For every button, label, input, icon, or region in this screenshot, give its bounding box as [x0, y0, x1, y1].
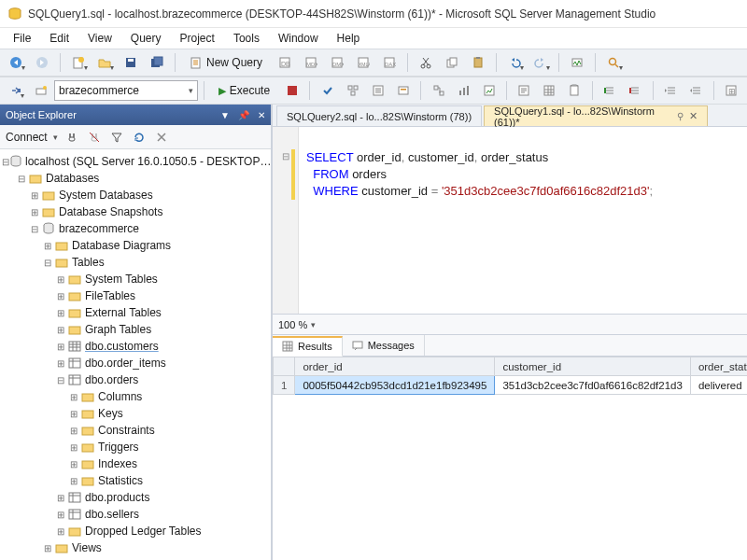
expand-toggle[interactable]: ⊞: [54, 342, 67, 352]
tree-table-orderitems[interactable]: dbo.order_items: [85, 357, 166, 370]
stop-icon[interactable]: [153, 129, 170, 146]
include-actual-plan-button[interactable]: [427, 79, 450, 102]
disconnect-icon[interactable]: [86, 129, 103, 146]
db-engine-query-button[interactable]: DB: [273, 51, 297, 74]
tree-table-products[interactable]: dbo.products: [85, 491, 149, 504]
grid-cell-order-status[interactable]: delivered: [690, 376, 747, 395]
menu-edit[interactable]: Edit: [42, 30, 77, 47]
results-grid[interactable]: order_id customer_id order_status 1 0005…: [273, 357, 747, 560]
expand-toggle[interactable]: ⊞: [54, 308, 67, 318]
tree-keys[interactable]: Keys: [98, 407, 123, 420]
tree-columns[interactable]: Columns: [98, 390, 142, 403]
tree-diagrams[interactable]: Database Diagrams: [72, 239, 171, 252]
dax-query-button[interactable]: DAX: [377, 51, 402, 74]
include-client-stats-button[interactable]: [477, 79, 500, 102]
grid-header-order-id[interactable]: order_id: [295, 357, 495, 376]
menu-tools[interactable]: Tools: [226, 30, 267, 47]
expand-toggle[interactable]: ⊞: [54, 325, 67, 335]
tree-indexes[interactable]: Indexes: [98, 457, 137, 470]
tree-system-databases[interactable]: System Databases: [59, 189, 153, 202]
open-button[interactable]: [92, 51, 117, 74]
tree-server[interactable]: localhost (SQL Server 16.0.1050.5 - DESK…: [25, 155, 271, 168]
close-icon[interactable]: ✕: [258, 110, 265, 120]
grid-header-order-status[interactable]: order_status: [690, 357, 747, 376]
expand-toggle[interactable]: ⊞: [67, 409, 80, 419]
tree-dropped-ledger[interactable]: Dropped Ledger Tables: [85, 525, 202, 538]
menu-window[interactable]: Window: [271, 30, 326, 47]
tree-graph-tables[interactable]: Graph Tables: [85, 323, 151, 336]
new-item-button[interactable]: [66, 51, 91, 74]
activity-monitor-button[interactable]: [565, 51, 589, 74]
connect-label[interactable]: Connect: [6, 131, 48, 144]
tree-statistics[interactable]: Statistics: [98, 474, 143, 487]
mdx-query-button[interactable]: MDX: [299, 51, 323, 74]
paste-button[interactable]: [466, 51, 490, 74]
database-combo[interactable]: brazecommerce ▾: [54, 80, 198, 101]
pin-icon[interactable]: 📌: [238, 110, 249, 120]
expand-toggle[interactable]: ⊞: [54, 510, 67, 520]
change-connection-button[interactable]: [4, 79, 27, 102]
dmx-query-button[interactable]: DMX: [325, 51, 349, 74]
results-tab[interactable]: Results: [273, 336, 343, 357]
tab-sqlquery1[interactable]: SQLQuery1.sql - lo...82S\Winstorm (61))*…: [484, 105, 708, 126]
results-to-grid-button[interactable]: [538, 79, 561, 102]
results-to-text-button[interactable]: [513, 79, 536, 102]
expand-toggle[interactable]: ⊟: [54, 375, 67, 385]
available-databases-button[interactable]: [29, 79, 52, 102]
find-button[interactable]: [601, 51, 626, 74]
include-live-stats-button[interactable]: [452, 79, 475, 102]
expand-toggle[interactable]: ⊞: [67, 476, 80, 486]
uncomment-button[interactable]: [624, 79, 647, 102]
display-plan-button[interactable]: [341, 79, 364, 102]
refresh-icon[interactable]: [131, 129, 148, 146]
expand-toggle[interactable]: ⊞: [28, 190, 41, 201]
collapse-toggle[interactable]: ⊟: [273, 151, 298, 161]
zoom-value[interactable]: 100 %: [278, 319, 307, 330]
filter-icon[interactable]: [108, 129, 125, 146]
redo-button[interactable]: [529, 51, 553, 74]
grid-cell-customer-id[interactable]: 351d3cb2cee3c7fd0af6616c82df21d3: [495, 376, 690, 395]
expand-toggle[interactable]: ⊞: [54, 274, 67, 285]
tree-databases[interactable]: Databases: [46, 172, 99, 185]
pin-icon[interactable]: ⚲: [677, 111, 684, 121]
expand-toggle[interactable]: ⊞: [67, 459, 80, 469]
menu-help[interactable]: Help: [330, 30, 368, 47]
menu-view[interactable]: View: [80, 30, 120, 47]
comment-button[interactable]: [599, 79, 622, 102]
expand-toggle[interactable]: ⊞: [67, 392, 80, 402]
cut-button[interactable]: [414, 51, 438, 74]
nav-back-button[interactable]: [4, 51, 28, 74]
expand-toggle[interactable]: ⊞: [67, 426, 80, 436]
expand-toggle[interactable]: ⊟: [15, 174, 28, 184]
object-explorer-tree[interactable]: ⊟localhost (SQL Server 16.0.1050.5 - DES…: [0, 149, 271, 560]
tree-triggers[interactable]: Triggers: [98, 441, 139, 454]
chevron-down-icon[interactable]: ▾: [311, 320, 316, 329]
copy-button[interactable]: [440, 51, 464, 74]
xmla-query-button[interactable]: XMLA: [351, 51, 375, 74]
specify-values-button[interactable]: ⊞: [720, 79, 743, 102]
increase-indent-button[interactable]: [684, 79, 708, 102]
connect-icon[interactable]: [63, 129, 80, 146]
intellisense-button[interactable]: [391, 79, 415, 102]
tree-snapshots[interactable]: Database Snapshots: [59, 205, 162, 218]
cancel-query-button[interactable]: [280, 79, 303, 102]
parse-button[interactable]: [316, 79, 339, 102]
close-icon[interactable]: ✕: [689, 110, 698, 122]
tree-table-orders[interactable]: dbo.orders: [85, 373, 138, 386]
execute-button[interactable]: ▶ Execute: [210, 79, 278, 102]
grid-row-number[interactable]: 1: [274, 376, 295, 395]
sql-editor[interactable]: ⊟ SELECT order_id, customer_id, order_st…: [273, 127, 747, 314]
expand-toggle[interactable]: ⊞: [54, 358, 67, 369]
tree-external-tables[interactable]: External Tables: [85, 306, 162, 319]
tree-system-tables[interactable]: System Tables: [85, 273, 158, 286]
grid-row[interactable]: 1 0005f50442cb953dcd1d21e1fb923495 351d3…: [274, 376, 748, 395]
decrease-indent-button[interactable]: [659, 79, 683, 102]
save-all-button[interactable]: [145, 51, 169, 74]
query-options-button[interactable]: [366, 79, 389, 102]
expand-toggle[interactable]: ⊞: [41, 241, 54, 251]
editor-content[interactable]: SELECT order_id, customer_id, order_stat…: [299, 127, 660, 314]
results-to-file-button[interactable]: [563, 79, 586, 102]
undo-button[interactable]: [502, 51, 527, 74]
messages-tab[interactable]: Messages: [343, 335, 425, 356]
tree-table-customers[interactable]: dbo.customers: [85, 340, 159, 353]
